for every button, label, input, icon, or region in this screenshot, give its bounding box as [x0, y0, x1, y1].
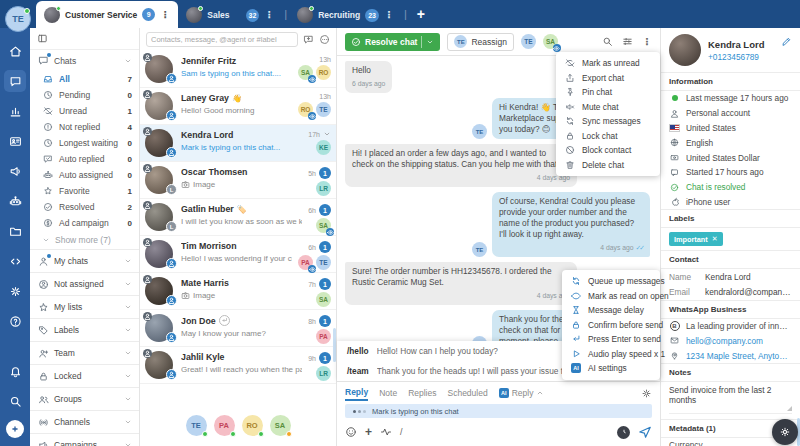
schedule-clock-icon[interactable]	[617, 426, 630, 439]
files-icon[interactable]	[4, 220, 26, 242]
tab-replies[interactable]: Replies	[408, 385, 436, 401]
user-avatar[interactable]: TE	[5, 6, 31, 32]
scrollbar-thumb[interactable]	[333, 328, 336, 362]
remove-label-icon[interactable]: ✕	[712, 235, 718, 243]
filter-unread[interactable]: Unread1	[30, 103, 139, 119]
filter-longest-waiting[interactable]: Longest waiting0	[30, 135, 139, 151]
contact-phone-link[interactable]: +0123456789	[708, 52, 764, 62]
filter-pending[interactable]: Pending0	[30, 87, 139, 103]
menu-mark-as-read-on-open[interactable]: Mark as read on open	[562, 289, 660, 304]
menu-message-delay[interactable]: Message delay	[562, 303, 660, 318]
menu-pin-chat[interactable]: Pin chat	[556, 85, 660, 100]
reassign-button[interactable]: TE Reassign	[447, 33, 513, 51]
settings-gear-icon[interactable]	[4, 280, 26, 302]
chat-list-item-jennifer-fritz[interactable]: Jennifer FritzSam is typing on this chat…	[140, 51, 336, 88]
search-field[interactable]	[151, 35, 293, 44]
chevron-down-icon[interactable]	[323, 130, 331, 138]
home-icon[interactable]	[4, 40, 26, 62]
attach-icon[interactable]: +	[365, 426, 372, 438]
tab-recruiting[interactable]: Recruiting 23 ⋮	[289, 2, 402, 28]
section-whatsapp-business[interactable]: WhatsApp Business	[661, 300, 800, 319]
developer-icon[interactable]	[4, 250, 26, 272]
create-new-icon[interactable]	[6, 420, 24, 438]
filter-resolved[interactable]: Resolved2	[30, 199, 139, 215]
edit-pencil-icon[interactable]	[781, 36, 792, 47]
notifications-bell-icon[interactable]	[4, 360, 26, 382]
menu-press-enter-to-send[interactable]: Press Enter to send	[562, 332, 660, 347]
menu-block-contact[interactable]: Block contact	[556, 143, 660, 158]
add-workspace-button[interactable]: +	[417, 6, 425, 22]
chat-list-item-laney-gray[interactable]: Laney Gray👋Hello! Good morning 13h ROTE	[140, 88, 336, 125]
filter-ad-campaign[interactable]: Ad campaign0	[30, 215, 139, 231]
tab-scheduled[interactable]: Scheduled	[447, 385, 487, 401]
section-information[interactable]: Information	[661, 72, 800, 91]
notes-textarea[interactable]: Send invoice from the last 2 months	[669, 385, 792, 414]
snippet-zigzag-icon[interactable]	[380, 426, 392, 438]
agent-avatar-pa[interactable]: PA	[214, 415, 235, 436]
agent-avatar-ro[interactable]: RO	[242, 415, 263, 436]
tab-sales[interactable]: Sales 32 ⋮	[178, 2, 282, 28]
filter-show-more[interactable]: Show more (7)	[30, 231, 139, 249]
emoji-icon[interactable]	[345, 426, 357, 438]
section-team[interactable]: Team	[30, 341, 139, 364]
chatbot-icon[interactable]	[4, 190, 26, 212]
section-channels[interactable]: Channels	[30, 410, 139, 433]
broadcast-icon[interactable]	[4, 160, 26, 182]
menu-queue-up-messages[interactable]: Queue up messages	[562, 274, 660, 289]
chat-list-item-tim-morrison[interactable]: Tim MorrisonHello! I was wondering if yo…	[140, 236, 336, 273]
chat-list-item-mate-harris[interactable]: Mate HarrisImage 7h1 SA	[140, 273, 336, 310]
help-widget-button[interactable]	[772, 419, 798, 445]
menu-mute-chat[interactable]: Mute chat	[556, 100, 660, 115]
section-contact[interactable]: Contact	[661, 250, 800, 269]
tab-menu-icon[interactable]: ⋮	[160, 10, 170, 20]
section-groups[interactable]: Groups	[30, 387, 139, 410]
section-labels[interactable]: Labels	[30, 318, 139, 341]
filter-sliders-icon[interactable]	[622, 36, 633, 47]
section-labels[interactable]: Labels	[661, 209, 800, 228]
list-options-icon[interactable]	[319, 34, 330, 45]
business-address[interactable]: 1234 Maple Street, Anytown, USA 12...	[661, 348, 800, 363]
menu-sync-messages[interactable]: Sync messages	[556, 114, 660, 129]
analytics-icon[interactable]	[4, 100, 26, 122]
tab-reply[interactable]: Reply	[345, 385, 368, 401]
send-icon[interactable]	[638, 425, 652, 439]
resolve-chat-button[interactable]: Resolve chat	[345, 33, 440, 51]
chat-list-item-kendra-lord[interactable]: Kendra LordMark is typing on this chat..…	[140, 125, 336, 162]
agent-avatar-sa[interactable]: SA	[270, 415, 291, 436]
message-input-row[interactable]: + /	[345, 423, 652, 441]
agent-chip-te[interactable]: TE	[521, 34, 536, 49]
menu-lock-chat[interactable]: Lock chat	[556, 129, 660, 144]
tab-menu-icon[interactable]: ⋮	[384, 10, 394, 20]
filter-auto-replied[interactable]: Auto replied0	[30, 151, 139, 167]
filter-auto-assigned[interactable]: Auto assigned0	[30, 167, 139, 183]
filter-favorite[interactable]: Favorite1	[30, 183, 139, 199]
composer-settings-gear-icon[interactable]	[641, 388, 652, 399]
chat-menu-kebab-icon[interactable]: ⋮	[642, 37, 652, 47]
section-my-lists[interactable]: My lists	[30, 295, 139, 318]
section-campaigns[interactable]: Campaigns	[30, 433, 139, 446]
tab-ai-reply[interactable]: AIReply	[499, 385, 545, 401]
filter-group-chats[interactable]: Chats	[30, 50, 139, 71]
message-input-value[interactable]: /	[400, 427, 403, 437]
menu-export-chat[interactable]: Export chat	[556, 71, 660, 86]
menu-mark-as-unread[interactable]: Mark as unread	[556, 56, 660, 71]
collapse-panel-icon[interactable]	[37, 33, 132, 44]
section-notes[interactable]: Notes	[661, 363, 800, 382]
contacts-icon[interactable]	[4, 130, 26, 152]
search-input[interactable]	[146, 32, 298, 47]
chat-list-item-gatlin-huber[interactable]: L Gatlin Huber🏷️I will let you know as s…	[140, 199, 336, 236]
chats-icon[interactable]	[4, 70, 26, 92]
filter-not-replied[interactable]: Not replied4	[30, 119, 139, 135]
filter-all[interactable]: All7	[30, 71, 139, 87]
agent-avatar-te[interactable]: TE	[186, 415, 207, 436]
menu-confirm-before-send[interactable]: Confirm before send	[562, 318, 660, 333]
section-not-assigned[interactable]: Not assigned	[30, 272, 139, 295]
section-my-chats[interactable]: My chats	[30, 249, 139, 272]
menu-delete-chat[interactable]: Delete chat	[556, 158, 660, 173]
global-search-icon[interactable]	[4, 390, 26, 412]
tab-customer-service[interactable]: Customer Service 9 ⋮	[36, 1, 178, 28]
chat-list-item-oscar-thomsen[interactable]: L Oscar ThomsenImage 5h1 LR	[140, 162, 336, 199]
chevron-down-icon[interactable]	[124, 57, 132, 65]
chat-list-item-jon-doe[interactable]: Jon DoeMay I know your name? 8h1 PA	[140, 310, 336, 347]
menu-ai-settings[interactable]: AIAI settings	[562, 361, 660, 376]
